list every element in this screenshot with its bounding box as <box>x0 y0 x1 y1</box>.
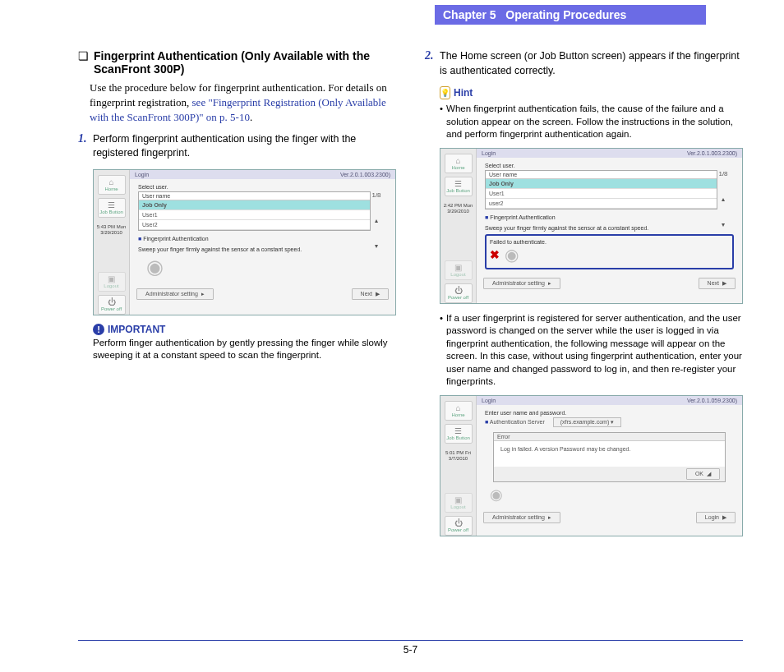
fig-time: 5:01 PM Fri3/7/2010 <box>445 450 471 462</box>
job-icon: ☰ <box>108 201 115 209</box>
fingerprint-icon: ◉ <box>146 255 387 278</box>
play-icon: ▶ <box>376 291 380 297</box>
scroll-up-icon: ▴ <box>375 217 378 224</box>
step-number: 1. <box>78 132 90 161</box>
fig-jobbutton: ☰Job Button <box>445 424 473 444</box>
fig-user-row: User1 <box>139 210 370 220</box>
fig-home-button: ⌂Home <box>98 175 126 195</box>
fig-logout-button: ▣Logout <box>445 260 473 280</box>
fig-fail-text: Failed to authenticate. <box>490 239 729 245</box>
fig-user-row-selected: Job Only <box>486 179 717 189</box>
logout-icon: ▣ <box>454 496 462 504</box>
fig-fp-hint: Sweep your finger firmly against the sen… <box>485 225 734 231</box>
fig-title: Login <box>482 398 496 403</box>
logout-icon: ▣ <box>108 275 115 283</box>
hint-bullet: •When fingerprint authentication fails, … <box>440 103 743 141</box>
arrow-icon: ▸ <box>201 291 205 297</box>
right-column: 2. The Home screen (or Job Button screen… <box>425 49 743 545</box>
fig-auth-select: (xfrs.example.com) ▾ <box>553 417 621 427</box>
important-text: Perform finger authentication by gently … <box>93 337 396 362</box>
fig-user-row-selected: Job Only <box>139 200 370 210</box>
fig-next-button: Next ▶ <box>699 278 736 289</box>
fig-title: Login <box>482 150 496 156</box>
arrow-icon: ▸ <box>548 514 551 521</box>
hint-bullet: •If a user fingerprint is registered for… <box>440 312 743 389</box>
fig-page-indicator: 1/8 <box>718 170 727 177</box>
fig-admin-button: Administrator setting ▸ <box>483 278 560 289</box>
figure-login-error: ⌂Home ☰Job Button 5:01 PM Fri3/7/2010 ▣L… <box>440 395 743 536</box>
fig-fail-box: Failed to authenticate. ✖ ◉ <box>485 234 734 269</box>
power-icon: ⏻ <box>108 298 116 306</box>
step-number: 2. <box>425 49 436 78</box>
fig-version: Ver.2.0.1.003.2300) <box>340 172 390 177</box>
fig-user-row: User1 <box>486 189 717 199</box>
fig-user-row: User2 <box>139 220 370 230</box>
page-number: 5-7 <box>78 644 743 656</box>
fig-next-button: Next ▶ <box>352 288 389 300</box>
fig-logout-button: ▣Logout <box>445 493 473 513</box>
hint-icon: 💡 <box>440 86 450 99</box>
job-icon: ☰ <box>454 180 462 188</box>
fig-enter-label: Enter user name and password. <box>485 410 734 416</box>
fig-user-row: user2 <box>486 199 717 209</box>
fig-title: Login <box>135 172 149 177</box>
power-icon: ⏻ <box>454 519 463 527</box>
important-icon: ! <box>93 324 104 335</box>
fig-poweroff-button: ⏻Power off <box>445 516 473 536</box>
scroll-down-icon: ▾ <box>722 221 725 228</box>
step-text: Perform fingerprint authentication using… <box>93 132 396 161</box>
left-column: ❏ Fingerprint Authentication (Only Avail… <box>78 49 396 545</box>
chapter-title: Operating Procedures <box>505 8 626 21</box>
step-2: 2. The Home screen (or Job Button screen… <box>425 49 743 78</box>
error-x-icon: ✖ <box>490 248 500 261</box>
fig-error-title: Error <box>494 433 725 441</box>
fig-select-label: Select user. <box>485 163 734 168</box>
fig-logout-button: ▣Logout <box>98 272 126 292</box>
fingerprint-icon: ◉ <box>505 245 519 265</box>
important-note: !IMPORTANT Perform finger authentication… <box>93 324 396 362</box>
step-text: The Home screen (or Job Button screen) a… <box>440 49 743 78</box>
home-icon: ⌂ <box>455 404 460 412</box>
fig-version: Ver.2.0.1.059.2300) <box>687 398 737 403</box>
fig-poweroff-button: ⏻Power off <box>445 283 473 303</box>
power-icon: ⏻ <box>454 287 463 295</box>
hint-note: 💡Hint <box>440 86 743 99</box>
fig-page-indicator: 1/8 <box>371 191 380 199</box>
arrow-icon: ▸ <box>548 280 551 287</box>
fig-admin-button: Administrator setting ▸ <box>136 288 214 300</box>
fig-home-button: ⌂Home <box>445 401 473 421</box>
fig-admin-button: Administrator setting ▸ <box>483 512 560 523</box>
job-icon: ☰ <box>454 427 462 435</box>
play-icon: ▶ <box>722 514 726 521</box>
fig-time: 5:43 PM Mon3/29/2010 <box>97 224 127 236</box>
fig-ok-button: OK ◢ <box>686 468 720 480</box>
fingerprint-icon: ◉ <box>490 486 734 504</box>
fig-fp-label: Fingerprint Authentication <box>143 236 208 242</box>
fig-jobbutton: ☰Job Button <box>445 177 473 196</box>
section-intro: Use the procedure below for fingerprint … <box>78 81 396 126</box>
fig-select-label: Select user. <box>138 184 387 190</box>
section-heading: ❏ Fingerprint Authentication (Only Avail… <box>78 49 396 76</box>
figure-auth-failed: ⌂Home ☰Job Button 2:42 PM Mon3/29/2010 ▣… <box>440 148 743 304</box>
fig-fp-label: Fingerprint Authentication <box>490 214 555 220</box>
fig-poweroff-button: ⏻Power off <box>98 295 126 315</box>
fig-fp-hint: Sweep your finger firmly against the sen… <box>138 246 387 252</box>
chapter-header: Chapter 5 Operating Procedures <box>435 5 706 25</box>
page-footer: 5-7 <box>78 640 743 656</box>
home-icon: ⌂ <box>108 178 113 186</box>
scroll-up-icon: ▴ <box>722 196 725 203</box>
hint-label: Hint <box>454 87 473 99</box>
fig-auth-label: Authentication Server <box>490 419 545 425</box>
figure-fingerprint-login: ⌂Home ☰Job Button 5:43 PM Mon3/29/2010 ▣… <box>93 169 396 315</box>
fig-login-button: Login ▶ <box>696 512 736 523</box>
step-1: 1. Perform fingerprint authentication us… <box>78 132 396 161</box>
play-icon: ▶ <box>722 280 726 287</box>
section-bullet-icon: ❏ <box>78 49 89 76</box>
important-label: IMPORTANT <box>108 324 165 335</box>
fig-time: 2:42 PM Mon3/29/2010 <box>444 203 473 214</box>
home-icon: ⌂ <box>455 157 460 165</box>
fig-error-dialog: Error Log in failed. A version Password … <box>493 432 726 482</box>
fig-error-body: Log in failed. A version Password may be… <box>494 441 725 467</box>
fig-jobbutton: ☰Job Button <box>98 198 126 218</box>
chapter-number: Chapter 5 <box>443 8 496 21</box>
